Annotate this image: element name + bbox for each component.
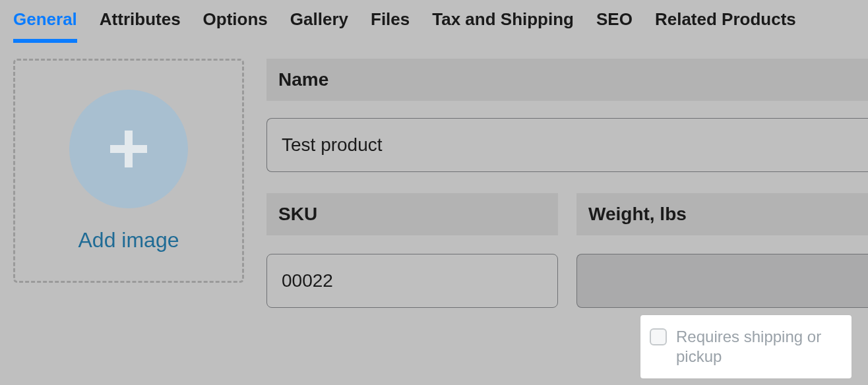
tab-general[interactable]: General xyxy=(13,9,77,43)
tab-gallery[interactable]: Gallery xyxy=(290,9,348,43)
add-image-dropzone[interactable]: Add image xyxy=(13,59,244,283)
add-image-circle xyxy=(69,90,188,208)
tab-files[interactable]: Files xyxy=(371,9,410,43)
tab-seo[interactable]: SEO xyxy=(596,9,633,43)
sku-label: SKU xyxy=(266,193,558,235)
requires-shipping-checkbox[interactable] xyxy=(650,328,667,345)
add-image-label: Add image xyxy=(78,228,179,252)
product-form: Name SKU Weight, lbs xyxy=(266,59,868,308)
name-input[interactable] xyxy=(266,118,868,172)
tab-options[interactable]: Options xyxy=(203,9,268,43)
weight-input[interactable] xyxy=(576,254,868,308)
weight-label: Weight, lbs xyxy=(576,193,868,235)
tab-related-products[interactable]: Related Products xyxy=(655,9,796,43)
svg-rect-1 xyxy=(110,145,147,153)
product-tabs: General Attributes Options Gallery Files… xyxy=(0,0,868,43)
shipping-requirement-popover: Requires shipping or pickup xyxy=(640,315,852,378)
plus-icon xyxy=(105,125,152,173)
tab-tax-shipping[interactable]: Tax and Shipping xyxy=(432,9,574,43)
name-label: Name xyxy=(266,59,868,101)
tab-attributes[interactable]: Attributes xyxy=(100,9,181,43)
requires-shipping-label: Requires shipping or pickup xyxy=(676,327,840,367)
sku-input[interactable] xyxy=(266,254,558,308)
